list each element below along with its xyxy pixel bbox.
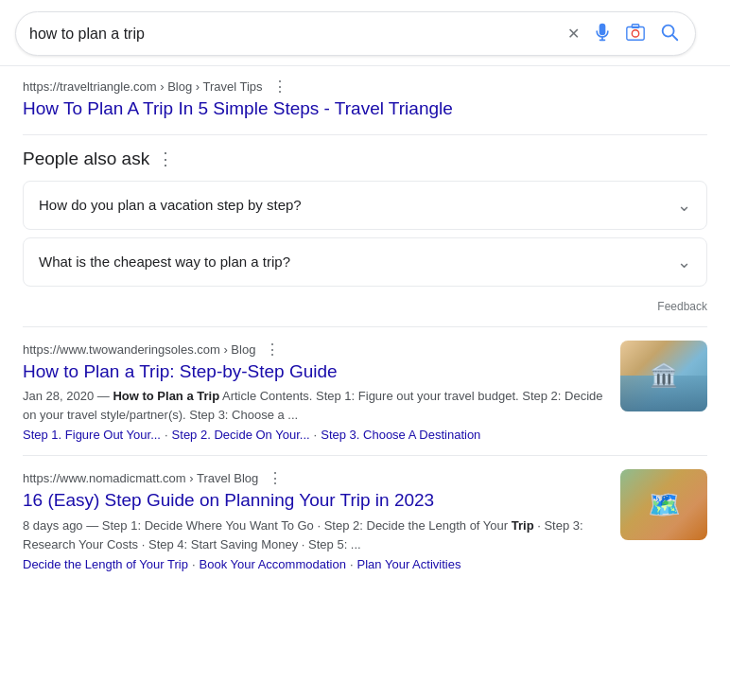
search-result-1: https://traveltriangle.com › Blog › Trav… [23, 78, 707, 121]
feedback-link[interactable]: Feedback [657, 300, 707, 313]
result-2-url-text: https://www.twowanderingsoles.com › Blog [23, 342, 255, 357]
paa-item-2[interactable]: What is the cheapest way to plan a trip?… [23, 237, 707, 287]
result-3-sep-2: · [350, 557, 354, 571]
result-3-link-2[interactable]: Book Your Accommodation [200, 557, 346, 571]
result-3-thumb-image [620, 469, 707, 540]
result-2-date: Jan 28, 2020 [23, 389, 94, 403]
result-2-bold: How to Plan a Trip [113, 389, 219, 403]
voice-search-button[interactable] [591, 21, 614, 46]
result-2-link-3[interactable]: Step 3. Choose A Destination [321, 428, 480, 442]
svg-point-3 [632, 30, 638, 37]
result-1-menu-dots[interactable]: ⋮ [272, 78, 287, 96]
result-3-title[interactable]: 16 (Easy) Step Guide on Planning Your Tr… [23, 490, 434, 510]
result-2-sep-2: · [314, 428, 318, 442]
image-search-button[interactable] [623, 20, 648, 47]
search-bar-container: ✕ [0, 0, 730, 66]
paa-question-2: What is the cheapest way to plan a trip? [39, 254, 290, 270]
result-2-link-1[interactable]: Step 1. Figure Out Your... [23, 428, 161, 442]
result-3-date: 8 days ago [23, 518, 83, 533]
feedback-row: Feedback [23, 300, 707, 313]
paa-question-1: How do you plan a vacation step by step? [39, 197, 302, 213]
result-1-url-text: https://traveltriangle.com › Blog › Trav… [23, 79, 263, 94]
svg-rect-4 [632, 25, 638, 28]
camera-icon [625, 22, 646, 45]
close-icon: ✕ [567, 25, 580, 43]
result-1-title[interactable]: How To Plan A Trip In 5 Simple Steps - T… [23, 98, 453, 118]
mic-icon [593, 23, 612, 44]
result-3-link-1[interactable]: Decide the Length of Your Trip [23, 557, 188, 571]
search-button[interactable] [657, 20, 682, 47]
result-2-links: Step 1. Figure Out Your... · Step 2. Dec… [23, 428, 609, 442]
divider-2 [23, 326, 707, 327]
result-2-menu-dots[interactable]: ⋮ [265, 341, 280, 359]
result-3-url: https://www.nomadicmatt.com › Travel Blo… [23, 469, 609, 487]
svg-line-6 [672, 35, 677, 40]
result-3-thumbnail [620, 469, 707, 540]
result-3-with-thumb: https://www.nomadicmatt.com › Travel Blo… [23, 469, 707, 571]
result-2-link-2[interactable]: Step 2. Decide On Your... [172, 428, 310, 442]
search-result-2: https://www.twowanderingsoles.com › Blog… [23, 341, 707, 443]
result-3-sep-1: · [192, 557, 196, 571]
search-result-3: https://www.nomadicmatt.com › Travel Blo… [23, 469, 707, 571]
search-input[interactable] [29, 26, 565, 43]
result-2-url: https://www.twowanderingsoles.com › Blog… [23, 341, 609, 359]
result-3-url-text: https://www.nomadicmatt.com › Travel Blo… [23, 471, 258, 485]
paa-header: People also ask ⋮ [23, 149, 707, 169]
paa-menu-dots[interactable]: ⋮ [157, 149, 174, 169]
result-3-bold: Trip [512, 518, 534, 533]
paa-item-1[interactable]: How do you plan a vacation step by step?… [23, 181, 707, 230]
result-2-sep-1: · [165, 428, 168, 442]
search-icons: ✕ [565, 20, 682, 47]
divider-1 [23, 134, 707, 135]
result-2-with-thumb: https://www.twowanderingsoles.com › Blog… [23, 341, 707, 443]
paa-chevron-2: ⌄ [677, 252, 691, 272]
result-2-snippet: Jan 28, 2020 — How to Plan a Trip Articl… [23, 387, 609, 424]
result-3-link-3[interactable]: Plan Your Activities [357, 557, 461, 571]
search-bar: ✕ [15, 11, 696, 56]
paa-title: People also ask [23, 149, 149, 169]
result-2-title[interactable]: How to Plan a Trip: Step-by-Step Guide [23, 361, 338, 381]
clear-button[interactable]: ✕ [565, 23, 582, 44]
result-1-url: https://traveltriangle.com › Blog › Trav… [23, 78, 707, 96]
divider-3 [23, 455, 707, 456]
result-2-thumb-image [620, 341, 707, 411]
result-2-text: https://www.twowanderingsoles.com › Blog… [23, 341, 609, 443]
result-3-snippet: 8 days ago — Step 1: Decide Where You Wa… [23, 516, 609, 553]
svg-rect-2 [627, 27, 644, 41]
people-also-ask-section: People also ask ⋮ How do you plan a vaca… [23, 149, 707, 287]
result-2-thumbnail [620, 341, 707, 411]
main-content: https://traveltriangle.com › Blog › Trav… [0, 66, 730, 590]
result-3-links: Decide the Length of Your Trip · Book Yo… [23, 557, 609, 571]
search-icon [659, 22, 680, 45]
paa-chevron-1: ⌄ [677, 195, 691, 216]
result-2-text-snippet: Article Contents. Step 1: Figure out you… [23, 389, 603, 422]
result-3-menu-dots[interactable]: ⋮ [268, 469, 283, 487]
result-3-text: https://www.nomadicmatt.com › Travel Blo… [23, 469, 609, 571]
